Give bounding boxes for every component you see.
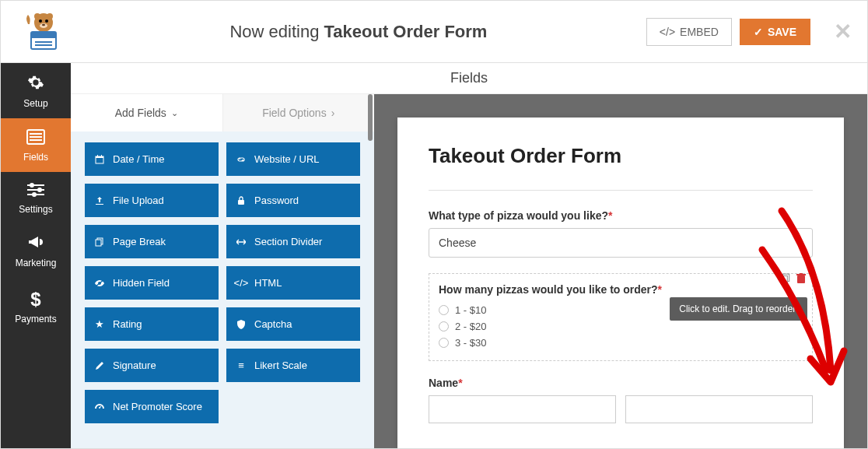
required-indicator: * xyxy=(658,283,662,296)
link-icon xyxy=(236,155,247,164)
tab-field-options[interactable]: Field Options › xyxy=(222,94,375,132)
tachometer-icon xyxy=(94,403,105,411)
field-net-promoter[interactable]: Net Promoter Score xyxy=(85,390,219,423)
field-pizza-type[interactable]: What type of pizza would you like?* Chee… xyxy=(429,209,813,258)
header: Now editing Takeout Order Form </> EMBED… xyxy=(1,1,867,63)
svg-point-1 xyxy=(34,13,40,19)
main-body: Add Fields ⌄ Field Options › Date / Time… xyxy=(71,94,867,448)
main-header: Fields xyxy=(71,63,867,94)
field-password[interactable]: Password xyxy=(226,184,360,217)
pencil-icon xyxy=(94,361,105,370)
svg-rect-25 xyxy=(238,200,244,205)
close-icon[interactable]: ✕ xyxy=(834,19,852,44)
logo[interactable] xyxy=(16,9,71,55)
svg-rect-10 xyxy=(35,44,52,46)
sidebar-item-fields[interactable]: Fields xyxy=(1,118,71,172)
dollar-icon: $ xyxy=(1,289,71,310)
svg-rect-30 xyxy=(781,276,787,283)
field-file-upload[interactable]: File Upload xyxy=(85,184,219,217)
main-area: Fields Add Fields ⌄ Field Options › Date… xyxy=(71,63,867,448)
chevron-down-icon: ⌄ xyxy=(171,108,178,118)
check-icon: ✓ xyxy=(754,26,763,38)
field-name[interactable]: Name* xyxy=(429,377,813,423)
svg-rect-23 xyxy=(97,155,98,157)
required-indicator: * xyxy=(458,377,462,389)
delete-icon[interactable] xyxy=(795,272,807,285)
svg-point-4 xyxy=(45,19,48,23)
pizza-qty-label: How many pizzas would you like to order?… xyxy=(439,283,803,296)
shield-icon xyxy=(236,320,247,329)
name-label: Name* xyxy=(429,377,813,389)
sliders-icon xyxy=(1,183,71,201)
svg-point-3 xyxy=(39,19,42,23)
panel-tabs: Add Fields ⌄ Field Options › xyxy=(71,94,374,132)
fields-panel: Add Fields ⌄ Field Options › Date / Time… xyxy=(71,94,374,448)
svg-rect-22 xyxy=(96,156,103,158)
header-actions: </> EMBED ✓ SAVE ✕ xyxy=(646,18,852,46)
qty-option-3[interactable]: 3 - $30 xyxy=(439,335,803,351)
field-tooltip: Click to edit. Drag to reorder. xyxy=(670,297,807,321)
field-signature[interactable]: Signature xyxy=(85,349,219,382)
bars-icon: ≡ xyxy=(236,360,247,371)
embed-button[interactable]: </> EMBED xyxy=(646,18,732,46)
field-html[interactable]: </>HTML xyxy=(226,266,360,300)
scrollbar-thumb[interactable] xyxy=(368,94,373,141)
chevron-right-icon: › xyxy=(331,107,335,119)
bullhorn-icon xyxy=(1,235,71,254)
calendar-icon xyxy=(94,155,105,164)
fields-list: Date / Time Website / URL File Upload Pa… xyxy=(71,132,374,448)
svg-point-19 xyxy=(37,188,42,192)
page-title: Now editing Takeout Order Form xyxy=(71,22,646,42)
last-name-input[interactable] xyxy=(625,395,813,423)
list-icon xyxy=(1,129,71,149)
svg-rect-31 xyxy=(797,275,805,283)
field-pizza-qty[interactable]: How many pizzas would you like to order?… xyxy=(429,273,813,361)
upload-icon xyxy=(94,196,105,205)
svg-point-2 xyxy=(47,13,53,19)
svg-point-18 xyxy=(30,183,34,188)
field-section-divider[interactable]: Section Divider xyxy=(226,225,360,258)
radio-icon xyxy=(439,305,449,315)
sidebar-item-marketing[interactable]: Marketing xyxy=(1,224,71,278)
svg-rect-14 xyxy=(30,139,42,141)
svg-rect-13 xyxy=(30,136,42,138)
field-hidden-field[interactable]: Hidden Field xyxy=(85,266,219,300)
divider xyxy=(429,190,813,191)
code-icon: </> xyxy=(236,277,247,289)
field-captcha[interactable]: Captcha xyxy=(226,307,360,341)
radio-icon xyxy=(439,321,449,331)
sidebar-item-payments[interactable]: $ Payments xyxy=(1,278,71,334)
form-preview: Takeout Order Form What type of pizza wo… xyxy=(397,118,844,448)
eye-slash-icon xyxy=(94,279,105,287)
save-button[interactable]: ✓ SAVE xyxy=(740,19,810,45)
svg-rect-12 xyxy=(30,133,42,135)
form-title: Takeout Order Form xyxy=(429,144,813,168)
svg-point-20 xyxy=(32,192,37,197)
qty-option-2[interactable]: 2 - $20 xyxy=(439,318,803,335)
pizza-type-label: What type of pizza would you like?* xyxy=(429,209,813,222)
arrows-icon xyxy=(236,237,247,247)
star-icon: ★ xyxy=(94,318,105,330)
pizza-type-select[interactable]: Cheese xyxy=(429,228,813,258)
field-likert-scale[interactable]: ≡Likert Scale xyxy=(226,349,360,382)
code-icon: </> xyxy=(660,26,675,38)
copy-icon xyxy=(94,237,105,247)
svg-rect-27 xyxy=(96,240,101,246)
radio-icon xyxy=(439,338,449,348)
svg-rect-33 xyxy=(800,273,803,275)
field-website-url[interactable]: Website / URL xyxy=(226,142,360,176)
first-name-input[interactable] xyxy=(429,395,616,423)
svg-rect-24 xyxy=(101,155,102,157)
tab-add-fields[interactable]: Add Fields ⌄ xyxy=(71,94,222,132)
field-date-time[interactable]: Date / Time xyxy=(85,142,219,176)
field-rating[interactable]: ★Rating xyxy=(85,307,219,341)
preview-area: Takeout Order Form What type of pizza wo… xyxy=(374,94,867,448)
svg-rect-9 xyxy=(35,41,52,43)
duplicate-icon[interactable] xyxy=(779,272,792,285)
sidebar: Setup Fields Settings Marketing $ Paymen… xyxy=(1,63,71,448)
field-page-break[interactable]: Page Break xyxy=(85,225,219,258)
panel-scrollbar[interactable] xyxy=(368,94,373,448)
field-toolbar xyxy=(779,272,807,285)
sidebar-item-setup[interactable]: Setup xyxy=(1,63,71,118)
sidebar-item-settings[interactable]: Settings xyxy=(1,172,71,224)
